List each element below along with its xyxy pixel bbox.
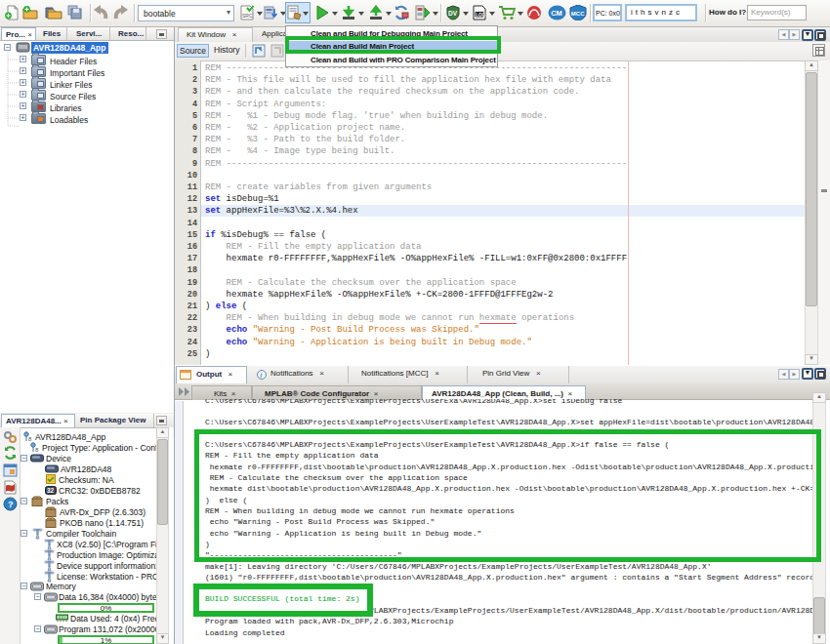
svg-text:LOG: LOG	[476, 13, 485, 18]
svg-text:SRC: SRC	[242, 13, 253, 19]
svg-text:DV: DV	[448, 10, 458, 17]
svg-text:32: 32	[47, 487, 55, 494]
svg-text:CM: CM	[551, 9, 562, 18]
svg-text:MCC: MCC	[571, 11, 585, 17]
svg-text:8: 8	[35, 447, 39, 453]
